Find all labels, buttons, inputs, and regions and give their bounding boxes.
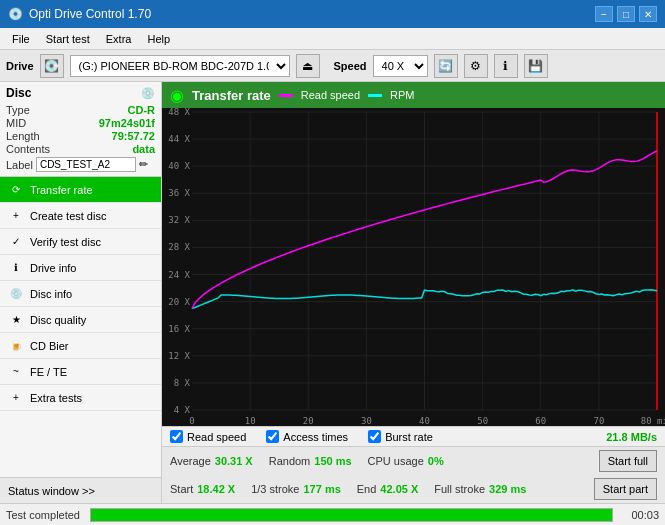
checkbox-read-speed[interactable]: Read speed [170,430,246,443]
disc-contents-label: Contents [6,143,50,155]
main-area: Disc 💿 Type CD-R MID 97m24s01f Length 79… [0,82,665,503]
end-label: End [357,483,377,495]
nav-create-test-disc[interactable]: + Create test disc [0,203,161,229]
stats-row-2: Start 18.42 X 1/3 stroke 177 ms End 42.0… [162,475,665,503]
burst-rate-cb-label: Burst rate [385,431,433,443]
disc-label-row: Label ✏ [6,157,155,172]
disc-title: Disc [6,86,31,100]
status-text: Test completed [6,509,80,521]
disc-length-row: Length 79:57.72 [6,130,155,142]
nav-fe-te-label: FE / TE [30,366,67,378]
status-window-label: Status window >> [8,485,95,497]
stats-row-1: Average 30.31 X Random 150 ms CPU usage … [162,447,665,475]
fullstroke-value: 329 ms [489,483,526,495]
nav-drive-info[interactable]: ℹ Drive info [0,255,161,281]
disc-quality-icon: ★ [8,312,24,328]
titlebar: 💿 Opti Drive Control 1.70 − □ ✕ [0,0,665,28]
nav-cd-bier[interactable]: 🍺 CD Bier [0,333,161,359]
onethird-value: 177 ms [303,483,340,495]
legend-read-speed-label: Read speed [301,89,360,101]
burst-rate-value: 21.8 MB/s [606,431,657,443]
nav-create-test-label: Create test disc [30,210,106,222]
minimize-button[interactable]: − [595,6,613,22]
drive-select[interactable]: (G:) PIONEER BD-ROM BDC-207D 1.00 [70,55,290,77]
average-value: 30.31 X [215,455,253,467]
info-button[interactable]: ℹ [494,54,518,78]
nav-fe-te[interactable]: ~ FE / TE [0,359,161,385]
disc-contents-row: Contents data [6,143,155,155]
chart-legend: Read speed RPM [279,89,415,101]
fullstroke-label: Full stroke [434,483,485,495]
disc-mid-value: 97m24s01f [99,117,155,129]
start-label: Start [170,483,193,495]
checkbox-access-times[interactable]: Access times [266,430,348,443]
read-speed-cb-label: Read speed [187,431,246,443]
settings-button[interactable]: ⚙ [464,54,488,78]
chart-body [162,108,665,426]
start-part-button[interactable]: Start part [594,478,657,500]
progress-bar-fill [91,509,612,521]
chart-header: ◉ Transfer rate Read speed RPM [162,82,665,108]
disc-type-value: CD-R [128,104,156,116]
drive-icon-btn[interactable]: 💽 [40,54,64,78]
progress-bar [90,508,613,522]
end-value: 42.05 X [380,483,418,495]
disc-type-label: Type [6,104,30,116]
checkboxes-row: Read speed Access times Burst rate 21.8 … [162,427,665,447]
disc-length-value: 79:57.72 [112,130,155,142]
sidebar: Disc 💿 Type CD-R MID 97m24s01f Length 79… [0,82,162,503]
statusbar: Test completed 00:03 [0,503,665,525]
maximize-button[interactable]: □ [617,6,635,22]
save-button[interactable]: 💾 [524,54,548,78]
nav-extra-tests[interactable]: + Extra tests [0,385,161,411]
nav-disc-info[interactable]: 💿 Disc info [0,281,161,307]
disc-label-edit-icon[interactable]: ✏ [139,158,148,171]
app-title-group: 💿 Opti Drive Control 1.70 [8,7,151,21]
speed-select[interactable]: 40 X [373,55,428,77]
drive-info-icon: ℹ [8,260,24,276]
disc-image-icon: 💿 [141,87,155,100]
fe-te-icon: ~ [8,364,24,380]
fullstroke-stat: Full stroke 329 ms [434,483,526,495]
legend-rpm-label: RPM [390,89,414,101]
menu-extra[interactable]: Extra [98,31,140,47]
access-times-checkbox[interactable] [266,430,279,443]
disc-length-label: Length [6,130,40,142]
nav-cd-bier-label: CD Bier [30,340,69,352]
disc-type-row: Type CD-R [6,104,155,116]
chart-icon: ◉ [170,86,184,105]
menu-file[interactable]: File [4,31,38,47]
status-window-button[interactable]: Status window >> [0,477,161,503]
eject-button[interactable]: ⏏ [296,54,320,78]
window-controls: − □ ✕ [595,6,657,22]
legend-read-speed-color [279,94,293,97]
transfer-chart-canvas [162,108,665,426]
nav-transfer-rate[interactable]: ⟳ Transfer rate [0,177,161,203]
disc-contents-value: data [132,143,155,155]
nav-drive-info-label: Drive info [30,262,76,274]
disc-mid-label: MID [6,117,26,129]
disc-label-input[interactable] [36,157,136,172]
cpu-stat: CPU usage 0% [368,455,444,467]
menu-help[interactable]: Help [139,31,178,47]
drivebar: Drive 💽 (G:) PIONEER BD-ROM BDC-207D 1.0… [0,50,665,82]
chart-area: ◉ Transfer rate Read speed RPM [162,82,665,426]
menu-start-test[interactable]: Start test [38,31,98,47]
nav-disc-quality[interactable]: ★ Disc quality [0,307,161,333]
create-test-icon: + [8,208,24,224]
refresh-button[interactable]: 🔄 [434,54,458,78]
cpu-label: CPU usage [368,455,424,467]
cpu-value: 0% [428,455,444,467]
checkbox-burst-rate[interactable]: Burst rate [368,430,433,443]
disc-info-rows: Type CD-R MID 97m24s01f Length 79:57.72 … [6,104,155,172]
average-stat: Average 30.31 X [170,455,253,467]
start-full-button[interactable]: Start full [599,450,657,472]
burst-rate-checkbox[interactable] [368,430,381,443]
close-button[interactable]: ✕ [639,6,657,22]
read-speed-checkbox[interactable] [170,430,183,443]
nav-verify-test-disc[interactable]: ✓ Verify test disc [0,229,161,255]
cd-bier-icon: 🍺 [8,338,24,354]
extra-tests-icon: + [8,390,24,406]
nav-extra-tests-label: Extra tests [30,392,82,404]
disc-mid-row: MID 97m24s01f [6,117,155,129]
